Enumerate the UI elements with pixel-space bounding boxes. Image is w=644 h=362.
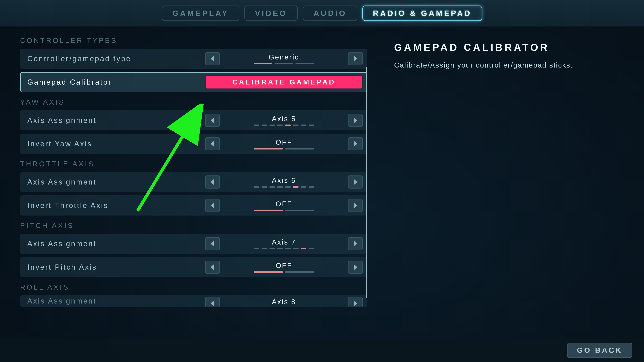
tab-audio[interactable]: AUDIO [303,5,357,21]
chevron-left-icon [210,202,215,209]
next-button[interactable] [348,175,363,189]
selector-value: OFF [224,200,344,211]
svg-marker-13 [354,264,357,270]
row-selector: OFF [205,199,363,212]
row-throttle-invert[interactable]: Invert Throttle Axis OFF [20,195,367,216]
detail-title: GAMEPAD CALIBRATOR [394,41,624,53]
svg-marker-3 [354,117,357,123]
chevron-left-icon [210,264,215,271]
value-text: OFF [276,138,292,146]
chevron-right-icon [353,117,358,124]
section-controller-types: CONTROLLER TYPES [20,36,367,44]
row-selector: OFF [205,261,363,274]
next-button[interactable] [348,114,363,127]
svg-marker-7 [354,179,357,185]
svg-marker-14 [211,300,214,306]
row-selector: OFF [205,137,363,150]
section-roll-axis: ROLL AXIS [20,283,367,291]
row-label: Axis Assignment [27,116,205,124]
value-text: OFF [276,262,292,270]
footer-bar: GO BACK [0,339,644,362]
next-button[interactable] [348,52,363,65]
prev-button[interactable] [205,52,220,65]
row-selector: Axis 8 [205,297,363,307]
tab-radio-gamepad[interactable]: RADIO & GAMEPAD [362,5,482,21]
row-pitch-invert[interactable]: Invert Pitch Axis OFF [20,257,367,277]
selector-value: Axis 6 [224,176,344,188]
chevron-right-icon [353,140,358,147]
svg-marker-8 [211,202,214,209]
row-throttle-assignment[interactable]: Axis Assignment Axis 6 [20,172,367,192]
chevron-right-icon [353,55,358,62]
value-text: Axis 5 [272,115,296,123]
svg-marker-11 [354,241,357,247]
tab-gameplay[interactable]: GAMEPLAY [162,5,239,21]
svg-marker-0 [211,56,214,62]
svg-marker-10 [211,241,214,247]
option-ticks [254,186,314,188]
row-selector: Axis 7 [205,237,363,250]
detail-description: Calibrate/Assign your controller/gamepad… [394,61,624,69]
tab-video[interactable]: VIDEO [244,5,298,21]
row-controller-type[interactable]: Controller/gamepad type Generic [20,49,367,69]
chevron-left-icon [210,179,215,185]
next-button[interactable] [348,137,363,150]
main-content: CONTROLLER TYPES Controller/gamepad type… [0,26,644,339]
next-button[interactable] [348,261,363,274]
settings-list: CONTROLLER TYPES Controller/gamepad type… [0,26,367,339]
row-yaw-assignment[interactable]: Axis Assignment Axis 5 [20,110,367,130]
calibrate-gamepad-button[interactable]: CALIBRATE GAMEPAD [205,75,363,89]
row-pitch-assignment[interactable]: Axis Assignment Axis 7 [20,234,367,254]
prev-button[interactable] [205,137,220,150]
selector-value: Axis 7 [224,238,344,249]
prev-button[interactable] [205,297,220,307]
selector-value: Generic [224,53,344,64]
row-yaw-invert[interactable]: Invert Yaw Axis OFF [20,134,367,154]
row-label: Axis Assignment [27,240,205,248]
row-label: Axis Assignment [27,297,205,305]
selector-value: OFF [224,138,344,149]
chevron-right-icon [353,300,358,307]
row-label: Axis Assignment [27,178,205,186]
svg-marker-15 [354,300,357,306]
svg-marker-2 [211,117,214,123]
scrollbar[interactable] [366,67,367,335]
row-label: Invert Yaw Axis [27,140,205,148]
chevron-left-icon [210,300,215,307]
chevron-right-icon [353,202,358,209]
row-roll-assignment[interactable]: Axis Assignment Axis 8 [20,295,367,307]
svg-marker-1 [354,56,357,62]
next-button[interactable] [348,237,363,250]
option-ticks [254,124,314,126]
row-label: Controller/gamepad type [27,54,205,63]
chevron-left-icon [210,55,215,62]
next-button[interactable] [348,297,363,307]
prev-button[interactable] [205,199,220,212]
scrollbar-thumb[interactable] [366,67,367,298]
section-throttle-axis: THROTTLE AXIS [20,160,367,168]
chevron-left-icon [210,240,215,247]
svg-marker-9 [354,202,357,209]
row-label: Invert Pitch Axis [27,263,205,271]
top-tabs: GAMEPLAY VIDEO AUDIO RADIO & GAMEPAD [0,0,644,26]
selector-value: Axis 8 [224,298,344,307]
next-button[interactable] [348,199,363,212]
detail-panel: GAMEPAD CALIBRATOR Calibrate/Assign your… [367,26,644,339]
chevron-right-icon [353,240,358,247]
chevron-left-icon [210,117,215,124]
row-gamepad-calibrator[interactable]: Gamepad Calibrator CALIBRATE GAMEPAD [20,72,367,92]
value-text: Generic [269,53,299,61]
row-selector: Axis 6 [205,175,363,189]
prev-button[interactable] [205,261,220,274]
go-back-button[interactable]: GO BACK [567,343,632,358]
prev-button[interactable] [205,114,220,127]
value-text: OFF [276,200,292,208]
chevron-right-icon [353,264,358,271]
value-text: Axis 7 [272,238,296,246]
row-selector: Axis 5 [205,114,363,127]
prev-button[interactable] [205,237,220,250]
option-ticks [254,271,314,273]
svg-marker-12 [211,264,214,270]
svg-marker-5 [354,141,357,147]
prev-button[interactable] [205,175,220,189]
